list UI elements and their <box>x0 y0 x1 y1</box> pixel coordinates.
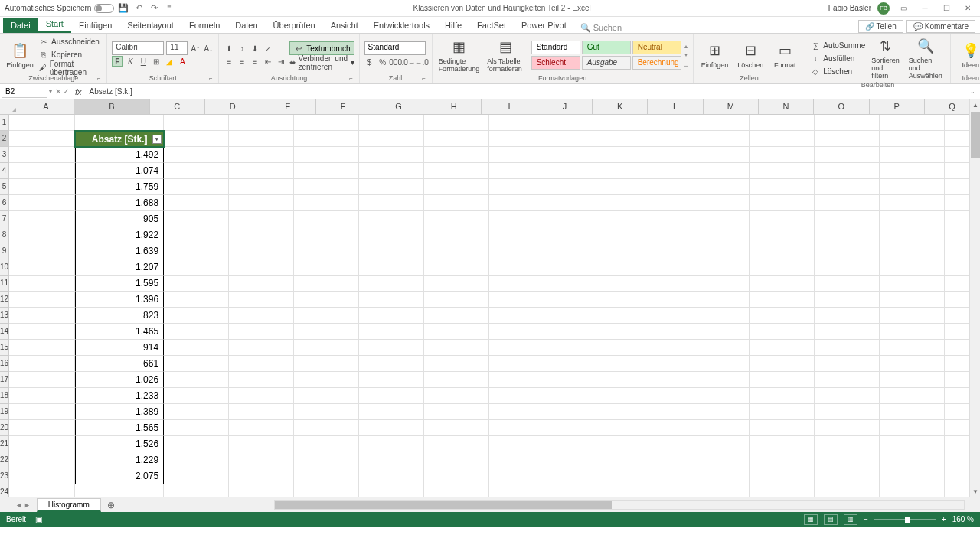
cell-B10[interactable]: 1.207 <box>75 259 164 276</box>
row-header-20[interactable]: 20 <box>0 420 9 436</box>
cell-I12[interactable] <box>554 292 619 308</box>
cell-G18[interactable] <box>424 388 489 404</box>
cell-M23[interactable] <box>815 468 880 484</box>
delete-cells-button[interactable]: ⊟Löschen <box>734 35 766 74</box>
cell-D9[interactable] <box>229 243 294 259</box>
cell-H10[interactable] <box>489 259 554 276</box>
sheet-next-icon[interactable]: ► <box>24 501 31 509</box>
cell-F9[interactable] <box>359 243 424 259</box>
cell-F14[interactable] <box>359 324 424 340</box>
cell-H9[interactable] <box>489 243 554 259</box>
style-ausgabe[interactable]: Ausgabe <box>582 56 631 70</box>
cell-N9[interactable] <box>880 243 945 259</box>
cell-E7[interactable] <box>294 211 359 227</box>
cell-F22[interactable] <box>359 452 424 468</box>
cell-M8[interactable] <box>815 227 880 243</box>
vertical-scrollbar[interactable]: ▲ ▼ <box>969 99 980 497</box>
cell-K1[interactable] <box>684 115 750 131</box>
cell-J18[interactable] <box>619 388 684 404</box>
zoom-slider[interactable] <box>874 519 936 520</box>
user-avatar[interactable]: FB <box>877 2 890 15</box>
tab-einfuegen[interactable]: Einfügen <box>71 18 119 33</box>
column-header-P[interactable]: P <box>870 99 925 115</box>
bold-button[interactable]: F <box>112 56 122 67</box>
cell-L7[interactable] <box>750 211 815 227</box>
column-header-C[interactable]: C <box>150 99 205 115</box>
cell-B21[interactable]: 1.526 <box>75 436 164 452</box>
cell-C9[interactable] <box>164 243 229 259</box>
cell-D12[interactable] <box>229 292 294 308</box>
underline-button[interactable]: U <box>138 56 149 67</box>
cell-G19[interactable] <box>424 404 489 420</box>
cell-G10[interactable] <box>424 259 489 276</box>
cell-J23[interactable] <box>619 468 684 484</box>
cell-L18[interactable] <box>750 388 815 404</box>
cell-N20[interactable] <box>880 420 945 436</box>
cell-H22[interactable] <box>489 452 554 468</box>
font-size-select[interactable]: 11 <box>166 41 188 55</box>
cell-A6[interactable] <box>9 195 75 211</box>
cell-G4[interactable] <box>424 163 489 179</box>
cell-C21[interactable] <box>164 436 229 452</box>
styles-up-icon[interactable]: ▴ <box>684 43 688 50</box>
cell-I10[interactable] <box>554 259 619 276</box>
cell-B1[interactable] <box>75 115 164 131</box>
cell-B6[interactable]: 1.688 <box>75 195 164 211</box>
cell-B4[interactable]: 1.074 <box>75 163 164 179</box>
cell-B14[interactable]: 1.465 <box>75 324 164 340</box>
cell-C23[interactable] <box>164 468 229 484</box>
cell-H20[interactable] <box>489 420 554 436</box>
cell-F5[interactable] <box>359 179 424 195</box>
user-name[interactable]: Fabio Basler <box>828 4 871 12</box>
cell-I1[interactable] <box>554 115 619 131</box>
cell-J7[interactable] <box>619 211 684 227</box>
cell-N18[interactable] <box>880 388 945 404</box>
scroll-up-icon[interactable]: ▲ <box>970 99 980 110</box>
cell-M9[interactable] <box>815 243 880 259</box>
cell-I23[interactable] <box>554 468 619 484</box>
cell-M24[interactable] <box>815 484 880 497</box>
cell-F1[interactable] <box>359 115 424 131</box>
sheet-prev-icon[interactable]: ◄ <box>15 501 22 509</box>
cell-H12[interactable] <box>489 292 554 308</box>
cell-M6[interactable] <box>815 195 880 211</box>
styles-down-icon[interactable]: ▾ <box>684 51 688 58</box>
cell-M3[interactable] <box>815 147 880 163</box>
tab-powerpivot[interactable]: Power Pivot <box>514 18 574 33</box>
cell-A13[interactable] <box>9 308 75 324</box>
cell-J4[interactable] <box>619 163 684 179</box>
cell-L9[interactable] <box>750 243 815 259</box>
cell-M1[interactable] <box>815 115 880 131</box>
row-header-1[interactable]: 1 <box>0 115 9 131</box>
cell-J1[interactable] <box>619 115 684 131</box>
cell-B20[interactable]: 1.565 <box>75 420 164 436</box>
cell-L15[interactable] <box>750 340 815 356</box>
cell-B13[interactable]: 823 <box>75 308 164 324</box>
view-normal-icon[interactable]: ▦ <box>804 514 818 525</box>
cell-G15[interactable] <box>424 340 489 356</box>
name-box[interactable] <box>2 86 47 98</box>
cell-I19[interactable] <box>554 404 619 420</box>
cell-B8[interactable]: 1.922 <box>75 227 164 243</box>
launcher-icon[interactable]: ⌐ <box>349 75 353 82</box>
cell-N21[interactable] <box>880 436 945 452</box>
cell-N10[interactable] <box>880 259 945 276</box>
cell-M15[interactable] <box>815 340 880 356</box>
cell-G12[interactable] <box>424 292 489 308</box>
cell-D15[interactable] <box>229 340 294 356</box>
cell-J19[interactable] <box>619 404 684 420</box>
cell-L10[interactable] <box>750 259 815 276</box>
cell-A5[interactable] <box>9 179 75 195</box>
cell-K17[interactable] <box>684 372 750 388</box>
cell-G21[interactable] <box>424 436 489 452</box>
cell-C20[interactable] <box>164 420 229 436</box>
format-table-button[interactable]: ▤Als Tabelle formatieren <box>484 35 528 74</box>
cell-G17[interactable] <box>424 372 489 388</box>
teilen-button[interactable]: 🔗 Teilen <box>858 20 903 33</box>
cell-H16[interactable] <box>489 356 554 372</box>
cell-L13[interactable] <box>750 308 815 324</box>
cell-G14[interactable] <box>424 324 489 340</box>
tab-datei[interactable]: Datei <box>3 18 38 33</box>
cell-H8[interactable] <box>489 227 554 243</box>
cell-E5[interactable] <box>294 179 359 195</box>
